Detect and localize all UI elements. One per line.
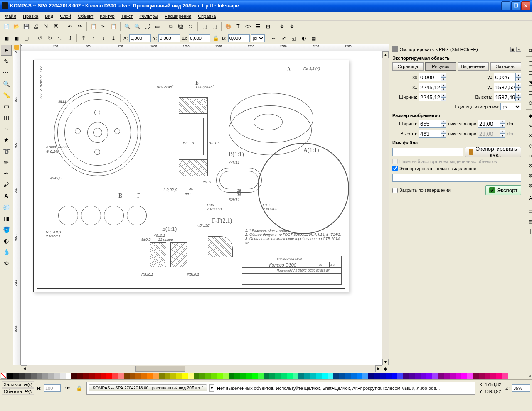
snap-line-mid-icon[interactable]: ⊘ bbox=[526, 161, 532, 170]
snap-master-icon[interactable]: ⧈ bbox=[526, 46, 532, 55]
print-icon[interactable]: 🖨 bbox=[32, 22, 41, 31]
gradient-tool-icon[interactable]: ◐ bbox=[1, 235, 12, 246]
node-tool-icon[interactable]: ✎ bbox=[1, 56, 12, 67]
menu-object[interactable]: Объект bbox=[74, 13, 96, 20]
ew-input[interactable] bbox=[419, 93, 441, 101]
color-swatch[interactable] bbox=[37, 373, 42, 379]
export-units-select[interactable]: px bbox=[500, 103, 521, 110]
color-swatch[interactable] bbox=[397, 373, 403, 379]
color-swatch[interactable] bbox=[130, 373, 135, 379]
color-swatch[interactable] bbox=[246, 373, 252, 379]
menu-layer[interactable]: Слой bbox=[57, 13, 74, 20]
color-swatch[interactable] bbox=[374, 373, 380, 379]
close-done-checkbox[interactable] bbox=[392, 188, 398, 193]
lower-icon[interactable]: ↓ bbox=[99, 34, 108, 43]
select-all-icon[interactable]: ▣ bbox=[2, 34, 11, 43]
color-swatch[interactable] bbox=[426, 373, 432, 379]
snap-cusp-icon[interactable]: ◇ bbox=[526, 141, 532, 150]
color-swatch[interactable] bbox=[71, 373, 77, 379]
snap-path-icon[interactable]: ∿ bbox=[526, 121, 532, 130]
y-input[interactable] bbox=[158, 34, 180, 42]
color-swatch[interactable] bbox=[25, 373, 31, 379]
color-swatch[interactable] bbox=[176, 373, 182, 379]
flip-h-icon[interactable]: ⇋ bbox=[55, 34, 64, 43]
no-color-swatch[interactable] bbox=[1, 373, 7, 379]
color-swatch[interactable] bbox=[229, 373, 234, 379]
bucket-tool-icon[interactable]: 🪣 bbox=[1, 224, 12, 235]
color-swatch[interactable] bbox=[7, 373, 13, 379]
color-swatch[interactable] bbox=[205, 373, 211, 379]
redo-icon[interactable]: ↷ bbox=[75, 22, 84, 31]
tab-menu-icon[interactable]: ▾ bbox=[209, 384, 214, 392]
new-icon[interactable]: 📄 bbox=[2, 22, 11, 31]
color-swatch[interactable] bbox=[409, 373, 415, 379]
snap-grid-icon[interactable]: ▦ bbox=[526, 217, 532, 226]
raise-top-icon[interactable]: ⤒ bbox=[79, 34, 88, 43]
color-swatch[interactable] bbox=[194, 373, 200, 379]
text-tool-icon[interactable]: A bbox=[1, 191, 12, 201]
color-swatch[interactable] bbox=[31, 373, 37, 379]
lower-bottom-icon[interactable]: ⤓ bbox=[109, 34, 118, 43]
img-w-input[interactable] bbox=[419, 120, 441, 128]
color-swatch[interactable] bbox=[275, 373, 281, 379]
select-layer-icon[interactable]: ▣ bbox=[12, 34, 21, 43]
color-swatch[interactable] bbox=[287, 373, 293, 379]
color-swatch[interactable] bbox=[258, 373, 264, 379]
color-swatch[interactable] bbox=[467, 373, 473, 379]
affect-pattern-icon[interactable]: ▦ bbox=[309, 34, 318, 43]
spray-tool-icon[interactable]: 💨 bbox=[1, 202, 12, 213]
h-input[interactable] bbox=[228, 34, 250, 42]
snap-page-icon[interactable]: ▭ bbox=[526, 207, 532, 216]
zoom-in-icon[interactable]: 🔍 bbox=[123, 22, 132, 31]
menu-path[interactable]: Контур bbox=[96, 13, 118, 20]
tweak-tool-icon[interactable]: 〰 bbox=[1, 67, 12, 78]
color-swatch[interactable] bbox=[380, 373, 386, 379]
clone-icon[interactable]: ⿻ bbox=[176, 22, 185, 31]
paste-icon[interactable]: 📋 bbox=[109, 22, 118, 31]
rotate-ccw-icon[interactable]: ↺ bbox=[35, 34, 44, 43]
zoom-page-icon[interactable]: ▭ bbox=[153, 22, 162, 31]
rect-tool-icon[interactable]: ▭ bbox=[1, 101, 12, 112]
unlink-icon[interactable]: ⛌ bbox=[186, 22, 195, 31]
x0-input[interactable] bbox=[419, 73, 441, 81]
color-swatch[interactable] bbox=[485, 373, 490, 379]
color-swatch[interactable] bbox=[118, 373, 124, 379]
snap-bbox-icon[interactable]: ▢ bbox=[526, 59, 532, 68]
color-swatch[interactable] bbox=[322, 373, 328, 379]
color-swatch[interactable] bbox=[211, 373, 217, 379]
color-swatch[interactable] bbox=[83, 373, 89, 379]
scroll-left-icon[interactable]: ◀ bbox=[21, 365, 27, 372]
export-button[interactable]: ✔Экспорт bbox=[485, 185, 521, 195]
color-swatch[interactable] bbox=[269, 373, 275, 379]
color-swatch[interactable] bbox=[141, 373, 147, 379]
affect-corners-icon[interactable]: ◱ bbox=[289, 34, 298, 43]
color-swatch[interactable] bbox=[200, 373, 205, 379]
color-swatch[interactable] bbox=[165, 373, 170, 379]
color-swatch[interactable] bbox=[496, 373, 502, 379]
color-swatch[interactable] bbox=[298, 373, 304, 379]
maximize-button[interactable]: ❐ bbox=[511, 1, 520, 10]
group-icon[interactable]: ⬚ bbox=[200, 22, 209, 31]
color-swatch[interactable] bbox=[60, 373, 66, 379]
color-swatch[interactable] bbox=[48, 373, 54, 379]
raise-icon[interactable]: ↑ bbox=[89, 34, 98, 43]
color-swatch[interactable] bbox=[293, 373, 298, 379]
color-swatch[interactable] bbox=[223, 373, 229, 379]
color-swatch[interactable] bbox=[170, 373, 176, 379]
undo-icon[interactable]: ↶ bbox=[65, 22, 74, 31]
scroll-up-icon[interactable]: ▲ bbox=[382, 51, 389, 58]
color-swatch[interactable] bbox=[240, 373, 246, 379]
color-swatch[interactable] bbox=[490, 373, 496, 379]
color-swatch[interactable] bbox=[135, 373, 141, 379]
text-dialog-icon[interactable]: T bbox=[234, 22, 243, 31]
fill-dialog-icon[interactable]: 🎨 bbox=[224, 22, 233, 31]
panel-close-icon[interactable]: ✕ bbox=[516, 47, 521, 52]
connector-tool-icon[interactable]: ⟲ bbox=[1, 258, 12, 269]
color-swatch[interactable] bbox=[357, 373, 362, 379]
color-swatch[interactable] bbox=[456, 373, 461, 379]
snap-text-icon[interactable]: A bbox=[526, 194, 532, 203]
export-icon[interactable]: ⇱ bbox=[52, 22, 61, 31]
snap-corner-icon[interactable]: ⬔ bbox=[526, 78, 532, 88]
color-swatch[interactable] bbox=[403, 373, 409, 379]
x-input[interactable] bbox=[129, 34, 151, 42]
